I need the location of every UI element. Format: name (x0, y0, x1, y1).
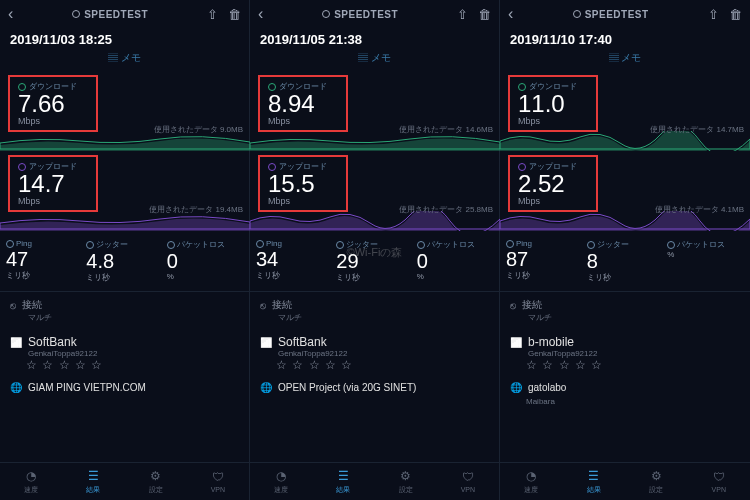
speedtest-logo-icon (573, 10, 581, 18)
share-icon[interactable]: ⇧ (708, 7, 719, 22)
tab-vpn[interactable]: 🛡 VPN (437, 463, 499, 500)
tab-speed[interactable]: ◔ 速度 (0, 463, 62, 500)
gauge-icon: ◔ (26, 469, 36, 483)
gear-icon: ⚙ (400, 469, 411, 483)
result-timestamp: 2019/11/03 18:25 (0, 28, 249, 49)
tab-results[interactable]: ☰ 結果 (312, 463, 374, 500)
provider-detail: GenkaiToppa92122 (510, 349, 740, 358)
globe-icon: 🌐 (10, 382, 22, 393)
speedtest-logo-icon (322, 10, 330, 18)
tab-settings[interactable]: ⚙ 設定 (125, 463, 187, 500)
upload-metric: アップロード 2.52 Mbps (508, 155, 598, 212)
tab-results[interactable]: ☰ 結果 (563, 463, 626, 500)
packet-loss-icon (417, 241, 425, 249)
upload-section: アップロード 2.52 Mbps 使用されたデータ 4.1MB (500, 151, 750, 231)
upload-value: 2.52 (518, 172, 588, 196)
ping-value: 87 (506, 248, 583, 270)
tab-settings[interactable]: ⚙ 設定 (625, 463, 688, 500)
download-metric: ダウンロード 8.94 Mbps (258, 75, 348, 132)
memo-button[interactable]: ▤ メモ (250, 49, 499, 71)
provider-block[interactable]: b-mobile GenkaiToppa92122 ☆ ☆ ☆ ☆ ☆ (500, 329, 750, 378)
globe-icon: 🌐 (260, 382, 272, 393)
jitter-icon (86, 241, 94, 249)
wifi-icon (260, 335, 272, 349)
back-icon[interactable]: ‹ (8, 5, 13, 23)
upload-value: 15.5 (268, 172, 338, 196)
wifi-icon (10, 335, 22, 349)
provider-detail: GenkaiToppa92122 (260, 349, 489, 358)
rating-stars[interactable]: ☆ ☆ ☆ ☆ ☆ (260, 358, 489, 372)
connection-icon: ⎋ (260, 300, 266, 311)
jitter-value: 8 (587, 250, 664, 272)
download-unit: Mbps (18, 116, 88, 126)
upload-metric: アップロード 15.5 Mbps (258, 155, 348, 212)
tab-vpn[interactable]: 🛡 VPN (688, 463, 751, 500)
server-block[interactable]: 🌐gatolabo (500, 378, 750, 397)
download-metric: ダウンロード 7.66 Mbps (8, 75, 98, 132)
connection-icon: ⎋ (510, 300, 516, 311)
delete-icon[interactable]: 🗑 (729, 7, 742, 22)
delete-icon[interactable]: 🗑 (478, 7, 491, 22)
ping-value: 47 (6, 248, 82, 270)
download-data-used: 使用されたデータ 14.7MB (650, 124, 744, 135)
provider-name: SoftBank (28, 335, 77, 349)
upload-metric: アップロード 14.7 Mbps (8, 155, 98, 212)
list-icon: ☰ (338, 469, 349, 483)
download-data-used: 使用されたデータ 9.0MB (154, 124, 243, 135)
tab-speed[interactable]: ◔ 速度 (250, 463, 312, 500)
gear-icon: ⚙ (150, 469, 161, 483)
top-bar: ‹ SPEEDTEST ⇧ 🗑 (0, 0, 249, 28)
packet-loss-icon (667, 241, 675, 249)
globe-icon: 🌐 (510, 382, 522, 393)
download-value: 8.94 (268, 92, 338, 116)
provider-detail: GenkaiToppa92122 (10, 349, 239, 358)
upload-unit: Mbps (518, 196, 588, 206)
bottom-nav: ◔ 速度 ☰ 結果 ⚙ 設定 🛡 VPN (0, 462, 249, 500)
speedtest-result-panel: ©Wi-Fiの森 ‹ SPEEDTEST ⇧ 🗑 2019/11/05 21:3… (250, 0, 500, 500)
jitter-icon (587, 241, 595, 249)
packet-loss-value: 0 (417, 250, 493, 272)
list-icon: ☰ (588, 469, 599, 483)
ping-icon (506, 240, 514, 248)
gauge-icon: ◔ (276, 469, 286, 483)
memo-button[interactable]: ▤ メモ (500, 49, 750, 71)
jitter-value: 29 (336, 250, 412, 272)
back-icon[interactable]: ‹ (258, 5, 263, 23)
ping-icon (6, 240, 14, 248)
download-metric: ダウンロード 11.0 Mbps (508, 75, 598, 132)
bottom-nav: ◔ 速度 ☰ 結果 ⚙ 設定 🛡 VPN (250, 462, 499, 500)
result-timestamp: 2019/11/10 17:40 (500, 28, 750, 49)
app-brand: SPEEDTEST (322, 9, 398, 20)
tab-settings[interactable]: ⚙ 設定 (375, 463, 437, 500)
shield-icon: 🛡 (713, 470, 725, 484)
speedtest-result-panel: ‹ SPEEDTEST ⇧ 🗑 2019/11/03 18:25 ▤ メモ ダウ… (0, 0, 250, 500)
rating-stars[interactable]: ☆ ☆ ☆ ☆ ☆ (10, 358, 239, 372)
ping-value: 34 (256, 248, 332, 270)
latency-stats: Ping 47 ミリ秒 ジッター 4.8 ミリ秒 パケットロス 0 % (0, 231, 249, 291)
download-value: 11.0 (518, 92, 588, 116)
memo-button[interactable]: ▤ メモ (0, 49, 249, 71)
server-block[interactable]: 🌐GIAM PING VIETPN.COM (0, 378, 249, 397)
bottom-nav: ◔ 速度 ☰ 結果 ⚙ 設定 🛡 VPN (500, 462, 750, 500)
app-brand: SPEEDTEST (573, 9, 649, 20)
tab-vpn[interactable]: 🛡 VPN (187, 463, 249, 500)
back-icon[interactable]: ‹ (508, 5, 513, 23)
provider-block[interactable]: SoftBank GenkaiToppa92122 ☆ ☆ ☆ ☆ ☆ (0, 329, 249, 378)
provider-block[interactable]: SoftBank GenkaiToppa92122 ☆ ☆ ☆ ☆ ☆ (250, 329, 499, 378)
share-icon[interactable]: ⇧ (457, 7, 468, 22)
upload-section: アップロード 15.5 Mbps 使用されたデータ 25.8MB (250, 151, 499, 231)
connection-block: ⎋接続 マルチ (500, 291, 750, 329)
delete-icon[interactable]: 🗑 (228, 7, 241, 22)
download-value: 7.66 (18, 92, 88, 116)
server-name: gatolabo (528, 382, 566, 393)
share-icon[interactable]: ⇧ (207, 7, 218, 22)
shield-icon: 🛡 (212, 470, 224, 484)
tab-speed[interactable]: ◔ 速度 (500, 463, 563, 500)
app-brand: SPEEDTEST (72, 9, 148, 20)
upload-data-used: 使用されたデータ 4.1MB (655, 204, 744, 215)
packet-loss-value: 0 (167, 250, 243, 272)
server-block[interactable]: 🌐OPEN Project (via 20G SINET) (250, 378, 499, 397)
tab-results[interactable]: ☰ 結果 (62, 463, 124, 500)
connection-block: ⎋接続 マルチ (0, 291, 249, 329)
rating-stars[interactable]: ☆ ☆ ☆ ☆ ☆ (510, 358, 740, 372)
